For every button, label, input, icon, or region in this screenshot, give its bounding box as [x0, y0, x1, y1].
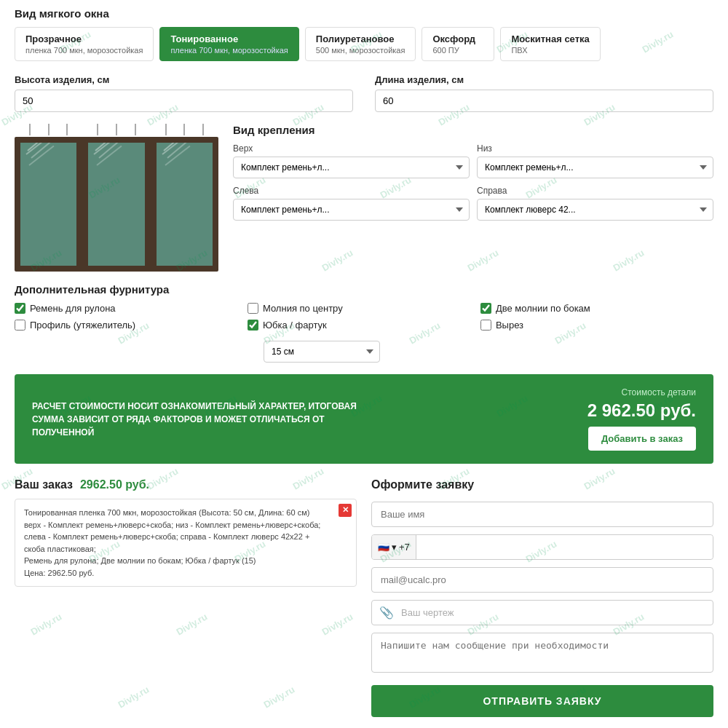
- window-type-mosquito[interactable]: Москитная сетка ПВХ: [500, 27, 600, 61]
- flag-emoji: 🇷🇺: [378, 542, 389, 553]
- order-summary-total: 2962.50 руб.: [80, 478, 149, 491]
- window-type-tinted-desc: пленка 700 мкн, морозостойкая: [170, 46, 288, 55]
- hw-cutout: Вырез: [480, 320, 713, 331]
- hw-skirt-label: Юбка / фартук: [263, 320, 327, 331]
- fastening-section: Вид крепления Верх Комплект ремень+л... …: [233, 124, 713, 272]
- fastening-right: Справа Комплект люверс 42...: [477, 186, 713, 221]
- price-label: Стоимость детали: [587, 387, 696, 397]
- message-textarea[interactable]: [371, 633, 713, 673]
- main-content: Вид крепления Верх Комплект ремень+л... …: [15, 124, 713, 272]
- email-input[interactable]: [371, 567, 713, 593]
- window-preview: [15, 137, 218, 272]
- name-group: [371, 502, 713, 527]
- window-type-polyurethane[interactable]: Полиуретановое 500 мкн, морозостойкая: [305, 27, 416, 61]
- window-type-oxford[interactable]: Оксфорд 600 ПУ: [422, 27, 494, 61]
- phone-code: +7: [399, 542, 410, 553]
- length-label: Длина изделия, см: [375, 74, 713, 85]
- submit-button[interactable]: ОТПРАВИТЬ ЗАЯВКУ: [371, 685, 713, 717]
- phone-group: 🇷🇺 ▾ +7: [371, 534, 713, 560]
- fastening-bottom: Низ Комплект ремень+л...: [477, 143, 713, 178]
- fastening-grid: Верх Комплект ремень+л... Низ Комплект р…: [233, 143, 713, 221]
- hw-profile: Профиль (утяжелитель): [15, 320, 248, 331]
- hardware-col-1: Молния по центру Юбка / фартук 15 см 20 …: [248, 303, 480, 363]
- window-type-label: Вид мягкого окна: [15, 7, 713, 20]
- fastening-left: Слева Комплект ремень+л...: [233, 186, 470, 221]
- window-type-mosquito-name: Москитная сетка: [511, 33, 589, 44]
- window-panel-center: [88, 143, 144, 266]
- window-panel-right: [157, 143, 213, 266]
- fastening-bottom-select[interactable]: Комплект ремень+л...: [477, 157, 713, 178]
- form-section: Оформите заявку 🇷🇺 ▾ +7 �: [371, 478, 713, 717]
- hw-belt-roll-label: Ремень для рулона: [30, 303, 116, 314]
- hardware-section: Дополнительная фурнитура Ремень для руло…: [15, 283, 713, 363]
- hardware-col-2: Две молнии по бокам Вырез: [480, 303, 713, 363]
- hw-zipper-center-checkbox[interactable]: [248, 303, 258, 314]
- window-type-tinted-name: Тонированное: [170, 33, 288, 44]
- fastening-left-select[interactable]: Комплект ремень+л...: [233, 199, 470, 221]
- fastening-top-select[interactable]: Комплект ремень+л...: [233, 157, 470, 178]
- window-strings: [15, 124, 218, 135]
- hardware-checkboxes: Ремень для рулона Профиль (утяжелитель) …: [15, 303, 713, 363]
- hw-cutout-checkbox[interactable]: [480, 320, 491, 331]
- add-to-order-button[interactable]: Добавить в заказ: [588, 427, 696, 451]
- fastening-right-label: Справа: [477, 186, 713, 196]
- hw-skirt-checkbox[interactable]: [248, 320, 258, 331]
- fastening-top-label: Верх: [233, 143, 470, 154]
- order-item-card: ✕ Тонированная пленка 700 мкн, морозосто…: [15, 499, 357, 587]
- hw-two-zippers-checkbox[interactable]: [480, 303, 491, 314]
- fastening-right-select[interactable]: Комплект люверс 42...: [477, 199, 713, 221]
- hardware-col-0: Ремень для рулона Профиль (утяжелитель): [15, 303, 248, 363]
- window-panel-left: [20, 143, 76, 266]
- page: Вид мягкого окна Прозрачное пленка 700 м…: [0, 0, 728, 728]
- height-label: Высота изделия, см: [15, 74, 353, 85]
- price-banner: РАСЧЕТ СТОИМОСТИ НОСИТ ОЗНАКОМИТЕЛЬНЫЙ Х…: [15, 374, 713, 464]
- window-type-oxford-name: Оксфорд: [432, 33, 483, 44]
- price-value: 2 962.50 руб.: [587, 400, 696, 421]
- file-placeholder: Ваш чертеж: [401, 601, 713, 625]
- phone-input[interactable]: [416, 535, 713, 559]
- order-item-text: Тонированная пленка 700 мкн, морозостойк…: [24, 507, 347, 579]
- order-summary-title: Ваш заказ: [15, 478, 73, 491]
- hw-belt-roll: Ремень для рулона: [15, 303, 248, 314]
- price-notice-text: РАСЧЕТ СТОИМОСТИ НОСИТ ОЗНАКОМИТЕЛЬНЫЙ Х…: [32, 400, 367, 439]
- name-input[interactable]: [371, 502, 713, 527]
- window-divider-1: [79, 143, 85, 266]
- file-icon: 📎: [372, 606, 401, 620]
- file-input-group: 📎 Ваш чертеж: [371, 600, 713, 625]
- window-types-row: Прозрачное пленка 700 мкн, морозостойкая…: [15, 27, 713, 61]
- window-type-oxford-desc: 600 ПУ: [432, 46, 483, 55]
- window-type-transparent-name: Прозрачное: [25, 33, 143, 44]
- hw-profile-label: Профиль (утяжелитель): [30, 320, 135, 331]
- window-type-section: Вид мягкого окна Прозрачное пленка 700 м…: [15, 7, 713, 61]
- price-banner-right: Стоимость детали 2 962.50 руб. Добавить …: [587, 387, 696, 451]
- fastening-top: Верх Комплект ремень+л...: [233, 143, 470, 178]
- phone-flag[interactable]: 🇷🇺 ▾ +7: [372, 535, 416, 559]
- hw-cutout-label: Вырез: [496, 320, 523, 331]
- window-type-polyurethane-desc: 500 мкн, морозостойкая: [316, 46, 405, 55]
- height-input[interactable]: [15, 90, 353, 112]
- phone-row: 🇷🇺 ▾ +7: [371, 534, 713, 560]
- window-type-transparent-desc: пленка 700 мкн, морозостойкая: [25, 46, 143, 55]
- bottom-section: Ваш заказ 2962.50 руб. ✕ Тонированная пл…: [15, 478, 713, 717]
- email-group: [371, 567, 713, 593]
- length-input[interactable]: [375, 90, 713, 112]
- hw-two-zippers: Две молнии по бокам: [480, 303, 713, 314]
- phone-chevron-icon: ▾: [392, 542, 397, 553]
- window-divider-2: [148, 143, 154, 266]
- skirt-dropdown-row: 15 см 20 см 25 см 30 см: [248, 341, 480, 363]
- fastening-title: Вид крепления: [233, 124, 713, 136]
- window-type-mosquito-desc: ПВХ: [511, 46, 589, 55]
- hw-skirt: Юбка / фартук: [248, 320, 480, 331]
- window-type-transparent[interactable]: Прозрачное пленка 700 мкн, морозостойкая: [15, 27, 154, 61]
- window-image-area: [15, 124, 218, 272]
- window-type-tinted[interactable]: Тонированное пленка 700 мкн, морозостойк…: [159, 27, 298, 61]
- hw-belt-roll-checkbox[interactable]: [15, 303, 25, 314]
- hw-two-zippers-label: Две молнии по бокам: [496, 303, 590, 314]
- hardware-title: Дополнительная фурнитура: [15, 283, 713, 296]
- form-title: Оформите заявку: [371, 478, 713, 491]
- hw-zipper-center: Молния по центру: [248, 303, 480, 314]
- message-group: [371, 633, 713, 675]
- skirt-size-select[interactable]: 15 см 20 см 25 см 30 см: [264, 341, 380, 363]
- order-item-close-button[interactable]: ✕: [339, 504, 352, 517]
- hw-profile-checkbox[interactable]: [15, 320, 25, 331]
